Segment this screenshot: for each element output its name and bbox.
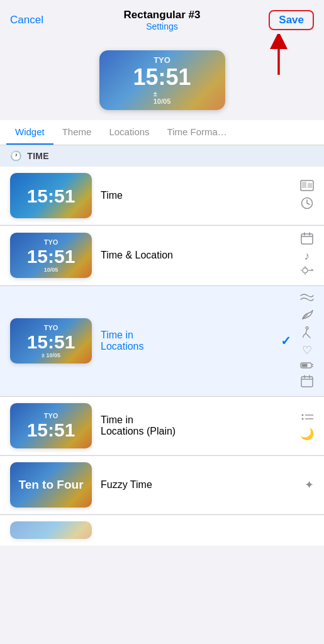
- section-label: TIME: [27, 151, 49, 161]
- wind-icon: [300, 292, 314, 304]
- svg-point-34: [302, 418, 304, 419]
- thumb-time-3: 15:51: [27, 419, 75, 440]
- svg-rect-3: [302, 182, 306, 188]
- header-title: Rectangular #3: [124, 9, 201, 21]
- widget-preview-section: TYO 15:51 ± 10/05: [0, 44, 324, 120]
- thumb-time-in-locations: TYO 15:51 ± 10/05: [10, 318, 92, 364]
- save-button[interactable]: Save: [269, 10, 314, 30]
- cancel-button[interactable]: Cancel: [10, 14, 43, 26]
- weather-icon: [300, 265, 314, 279]
- sparkle-icon: ✦: [304, 479, 314, 491]
- tab-locations[interactable]: Locations: [100, 120, 158, 145]
- svg-rect-25: [302, 364, 308, 367]
- thumb-city-1: TYO: [44, 238, 59, 246]
- svg-rect-28: [301, 377, 313, 387]
- moon-icon: 🌙: [300, 428, 314, 440]
- thumb-time-plain: TYO 15:51: [10, 403, 92, 448]
- photos-icon: [300, 180, 314, 193]
- list-item-partial[interactable]: [0, 515, 324, 546]
- thumb-time-1: 15:51: [27, 246, 75, 267]
- svg-line-19: [306, 330, 307, 334]
- preview-time: 15:51: [133, 65, 191, 90]
- list-item-time-in-locations[interactable]: TYO 15:51 ± 10/05 Time inLocations ✓ ♡: [0, 286, 324, 396]
- preview-date: ± 10/05: [154, 90, 171, 105]
- list-item-fuzzy[interactable]: Ten to Four Fuzzy Time ✦: [0, 456, 324, 514]
- thumb-time-2: 15:51: [27, 331, 75, 352]
- time-section-header: 🕐 TIME: [0, 145, 324, 167]
- label-time-in-locations: Time inLocations: [101, 330, 281, 352]
- thumb-partial: [10, 521, 92, 539]
- icons-time-plain: 🌙: [300, 413, 314, 440]
- svg-rect-4: [308, 183, 312, 188]
- thumb-city-2: TYO: [44, 324, 59, 331]
- label-time: Time: [101, 190, 298, 201]
- header-subtitle: Settings: [124, 21, 201, 31]
- svg-rect-8: [301, 234, 313, 244]
- thumb-time: 15:51: [10, 173, 92, 218]
- tab-theme[interactable]: Theme: [53, 120, 101, 145]
- calendar2-icon: [301, 375, 313, 389]
- svg-point-32: [302, 414, 304, 416]
- thumb-city-3: TYO: [44, 412, 59, 419]
- calendar-icon: [301, 232, 313, 247]
- walking-icon: [303, 326, 311, 341]
- tab-bar: Widget Theme Locations Time Forma…: [0, 120, 324, 145]
- label-time-location: Time & Location: [101, 250, 298, 261]
- header-center: Rectangular #3 Settings: [124, 9, 201, 31]
- thumb-time-display: 15:51: [27, 186, 75, 206]
- list-item-time-plain[interactable]: TYO 15:51 Time inLocations (Plain) 🌙: [0, 397, 324, 455]
- thumb-time-location: TYO 15:51 10/05: [10, 233, 92, 278]
- widget-preview: TYO 15:51 ± 10/05: [99, 50, 225, 110]
- preview-city: TYO: [154, 55, 170, 65]
- svg-line-22: [308, 335, 310, 338]
- list-icon: [301, 413, 313, 425]
- icons-fuzzy: ✦: [304, 479, 314, 491]
- icons-time: [300, 180, 314, 211]
- widget-type-list: 15:51 Time TYO 15:51 10/05 Time & Locati…: [0, 167, 324, 546]
- clock-icon-row: [301, 197, 313, 211]
- tab-time-format[interactable]: Time Forma…: [159, 120, 236, 145]
- list-item-time-location[interactable]: TYO 15:51 10/05 Time & Location ♪: [0, 226, 324, 286]
- battery-icon: [300, 360, 314, 371]
- thumb-fuzzy-text: Ten to Four: [14, 479, 87, 492]
- music-icon: ♪: [304, 250, 310, 262]
- list-item-time[interactable]: 15:51 Time: [0, 167, 324, 225]
- svg-point-12: [303, 268, 308, 273]
- icons-time-location: ♪: [300, 232, 314, 279]
- header: Cancel Rectangular #3 Settings Save: [0, 0, 324, 36]
- thumb-date-1: 10/05: [44, 267, 59, 273]
- heart-icon: ♡: [302, 345, 312, 356]
- svg-line-23: [303, 335, 304, 338]
- checkmark-icon: ✓: [281, 333, 291, 348]
- label-fuzzy: Fuzzy Time: [101, 479, 302, 491]
- label-time-plain: Time inLocations (Plain): [101, 414, 298, 437]
- leaf-icon: [301, 308, 313, 323]
- icons-time-in-locations: ♡: [300, 292, 314, 389]
- thumb-date-2: ± 10/05: [42, 352, 60, 358]
- svg-line-7: [307, 203, 310, 204]
- thumb-fuzzy: Ten to Four: [10, 462, 92, 508]
- clock-icon: 🕐: [10, 150, 22, 162]
- tab-widget[interactable]: Widget: [6, 120, 53, 145]
